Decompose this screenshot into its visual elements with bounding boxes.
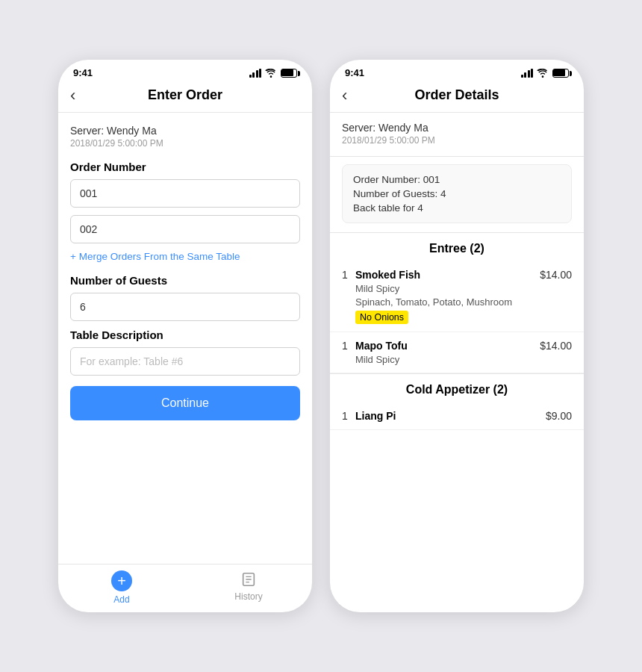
order-summary-box: Order Number: 001 Number of Guests: 4 Ba… [342,164,572,223]
item-row-2: 1 Mapo Tofu $14.00 [342,340,572,352]
summary-table: Back table for 4 [353,202,561,214]
category-entree: Entree (2) [330,232,584,261]
item-qty-1: 1 [342,269,351,281]
item-left-3: 1 Liang Pi [342,410,396,422]
status-bar-1: 9:41 [58,60,312,81]
page-title-1: Enter Order [148,87,222,103]
server-name-1: Server: Wendy Ma [70,125,300,137]
no-onions-tag: No Onions [355,311,408,324]
status-icons-1 [249,69,298,78]
time-2: 9:41 [345,67,364,78]
battery-icon-2 [552,69,569,78]
enter-order-phone: 9:41 ‹ Enter Order Server: Wendy Ma 2018… [58,60,312,612]
item-qty-2: 1 [342,340,351,352]
add-icon: + [111,570,132,591]
signal-icon-2 [521,69,534,78]
item-left-1: 1 Smoked Fish [342,269,420,281]
server-info-1: Server: Wendy Ma 2018/01/29 5:00:00 PM [70,125,300,149]
item-detail-spicy-1: Mild Spicy [342,283,572,294]
item-price-2: $14.00 [540,340,572,352]
guests-input[interactable] [70,293,300,321]
server-datetime-1: 2018/01/29 5:00:00 PM [70,138,300,149]
table-desc-label: Table Description [70,329,300,341]
nav-history-label: History [234,591,262,602]
order-details-phone: 9:41 ‹ Order Details Server: Wendy Ma 20… [330,60,584,612]
time-1: 9:41 [73,67,93,78]
continue-button[interactable]: Continue [70,386,300,420]
bottom-nav: + Add History [58,564,312,612]
item-name-2: Mapo Tofu [355,340,408,352]
status-bar-2: 9:41 [330,60,584,81]
nav-add-label: Add [113,594,129,605]
item-price-3: $9.00 [546,410,572,422]
item-detail-spicy-2: Mild Spicy [342,354,572,365]
server-datetime-2: 2018/01/29 5:00:00 PM [342,135,572,146]
wifi-icon-2 [537,69,549,78]
order-item-liang-pi: 1 Liang Pi $9.00 [330,402,584,430]
battery-icon [281,69,297,78]
page-title-2: Order Details [414,87,499,103]
item-detail-toppings-1: Spinach, Tomato, Potato, Mushroom [342,296,572,308]
merge-orders-link[interactable]: + Merge Orders From the Same Table [70,251,300,262]
order-item-mapo-tofu: 1 Mapo Tofu $14.00 Mild Spicy [330,332,584,373]
back-button-1[interactable]: ‹ [70,87,75,104]
enter-order-header: ‹ Enter Order [58,81,312,113]
server-name-2: Server: Wendy Ma [342,122,572,134]
order-number-label: Order Number [70,161,300,173]
item-price-1: $14.00 [540,269,572,281]
nav-history[interactable]: History [185,570,312,605]
table-desc-input[interactable] [70,347,300,376]
server-info-2: Server: Wendy Ma 2018/01/29 5:00:00 PM [330,113,584,157]
order-number-input-1[interactable] [70,179,300,208]
order-details-header: ‹ Order Details [330,81,584,113]
guests-label: Number of Guests [70,274,300,287]
item-qty-3: 1 [342,410,351,422]
wifi-icon [265,69,277,78]
order-item-smoked-fish: 1 Smoked Fish $14.00 Mild Spicy Spinach,… [330,261,584,332]
order-number-input-2[interactable] [70,215,300,243]
item-row-1: 1 Smoked Fish $14.00 [342,269,572,281]
enter-order-content: Server: Wendy Ma 2018/01/29 5:00:00 PM O… [58,113,312,564]
item-name-1: Smoked Fish [355,269,420,281]
summary-guests: Number of Guests: 4 [353,188,561,199]
item-name-3: Liang Pi [355,410,396,422]
summary-order-number: Order Number: 001 [353,174,561,185]
order-details-content: Server: Wendy Ma 2018/01/29 5:00:00 PM O… [330,113,584,612]
nav-add[interactable]: + Add [58,570,185,605]
item-left-2: 1 Mapo Tofu [342,340,408,352]
item-row-3: 1 Liang Pi $9.00 [342,410,572,422]
signal-icon [249,69,262,78]
back-button-2[interactable]: ‹ [342,87,347,104]
history-icon [240,570,258,588]
category-cold-appetizer: Cold Appetizer (2) [330,373,584,402]
status-icons-2 [521,69,570,78]
